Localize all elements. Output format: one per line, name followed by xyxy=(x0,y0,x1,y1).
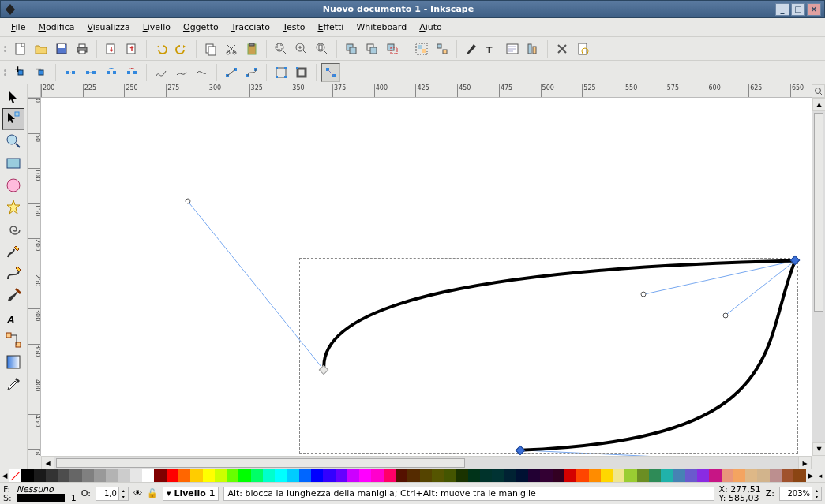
export-button[interactable] xyxy=(122,39,141,58)
color-swatch[interactable] xyxy=(757,469,769,482)
color-swatch[interactable] xyxy=(154,469,166,482)
color-swatch[interactable] xyxy=(540,469,552,482)
join-nodes-button[interactable] xyxy=(81,63,100,82)
palette-right-button[interactable]: ▶ xyxy=(806,469,816,482)
menu-effetti[interactable]: Effetti xyxy=(311,20,350,35)
zoom-spin[interactable]: ▴▾ xyxy=(779,487,822,501)
segment-line-button[interactable] xyxy=(222,63,241,82)
color-swatch[interactable] xyxy=(130,469,142,482)
menu-aiuto[interactable]: Aiuto xyxy=(413,20,448,35)
color-swatch[interactable] xyxy=(142,469,154,482)
color-swatch[interactable] xyxy=(58,469,69,482)
color-swatch[interactable] xyxy=(227,469,238,482)
color-swatch[interactable] xyxy=(516,469,528,482)
color-swatch[interactable] xyxy=(323,469,335,482)
color-swatch[interactable] xyxy=(118,469,130,482)
menu-file[interactable]: File xyxy=(5,20,32,35)
color-swatch[interactable] xyxy=(347,469,359,482)
palette-left-button[interactable]: ◀ xyxy=(0,469,9,482)
undo-button[interactable] xyxy=(152,39,171,58)
color-swatch[interactable] xyxy=(685,469,697,482)
color-swatch[interactable] xyxy=(564,469,576,482)
rect-tool[interactable] xyxy=(2,152,24,174)
text-tool[interactable]: A xyxy=(2,307,24,329)
minimize-button[interactable]: _ xyxy=(775,3,789,16)
gradient-tool[interactable] xyxy=(2,351,24,373)
preferences-button[interactable] xyxy=(553,39,572,58)
import-button[interactable] xyxy=(102,39,121,58)
control-handle[interactable] xyxy=(641,292,647,297)
menu-whiteboard[interactable]: Whiteboard xyxy=(350,20,413,35)
color-swatch[interactable] xyxy=(34,469,46,482)
vertical-ruler[interactable]: 050100150200250300350400450500 xyxy=(28,98,41,456)
segment-curve-button[interactable] xyxy=(242,63,261,82)
color-swatch[interactable] xyxy=(384,469,396,482)
color-swatch[interactable] xyxy=(82,469,94,482)
vertical-scrollbar[interactable]: ▲ ▼ xyxy=(812,98,825,456)
color-swatch[interactable] xyxy=(263,469,275,482)
group-button[interactable] xyxy=(412,39,431,58)
menu-testo[interactable]: Testo xyxy=(276,20,311,35)
color-swatch[interactable] xyxy=(528,469,540,482)
zoom-tool[interactable] xyxy=(2,130,24,152)
scroll-right-button[interactable]: ▶ xyxy=(798,457,812,470)
color-swatch[interactable] xyxy=(190,469,202,482)
ruler-corner[interactable] xyxy=(28,84,41,98)
color-swatch[interactable] xyxy=(396,469,407,482)
scroll-down-button[interactable]: ▼ xyxy=(812,442,825,456)
color-swatch[interactable] xyxy=(203,469,215,482)
close-button[interactable]: × xyxy=(807,3,821,16)
color-swatch[interactable] xyxy=(613,469,624,482)
maximize-button[interactable]: □ xyxy=(791,3,805,16)
color-swatch[interactable] xyxy=(576,469,588,482)
menu-livello[interactable]: Livello xyxy=(137,20,177,35)
duplicate-button[interactable] xyxy=(342,39,361,58)
color-swatch[interactable] xyxy=(553,469,564,482)
node-smooth-button[interactable] xyxy=(172,63,191,82)
ellipse-tool[interactable] xyxy=(2,174,24,196)
color-swatch[interactable] xyxy=(336,469,347,482)
color-swatch[interactable] xyxy=(793,469,805,482)
color-swatch[interactable] xyxy=(46,469,58,482)
spiral-tool[interactable] xyxy=(2,218,24,241)
color-swatch[interactable] xyxy=(770,469,782,482)
save-button[interactable] xyxy=(52,39,71,58)
connector-tool[interactable] xyxy=(2,329,24,351)
pencil-tool[interactable] xyxy=(2,241,24,263)
color-swatch[interactable] xyxy=(371,469,383,482)
color-swatch[interactable] xyxy=(178,469,190,482)
ungroup-button[interactable] xyxy=(433,39,452,58)
color-swatch[interactable] xyxy=(238,469,250,482)
zoom-ruler-button[interactable] xyxy=(812,84,825,98)
zoom-selection-button[interactable] xyxy=(272,39,291,58)
color-swatch[interactable] xyxy=(697,469,709,482)
color-swatch[interactable] xyxy=(637,469,649,482)
insert-node-button[interactable]: + xyxy=(11,63,30,82)
layer-visibility-icon[interactable]: 👁 xyxy=(133,488,142,498)
color-swatch[interactable] xyxy=(601,469,613,482)
node-tool[interactable] xyxy=(2,108,24,130)
color-swatch[interactable] xyxy=(624,469,636,482)
color-swatch[interactable] xyxy=(745,469,757,482)
color-swatch[interactable] xyxy=(456,469,467,482)
bezier-tool[interactable] xyxy=(2,263,24,285)
color-swatch[interactable] xyxy=(215,469,227,482)
zoom-drawing-button[interactable] xyxy=(292,39,311,58)
menu-modifica[interactable]: Modifica xyxy=(32,20,81,35)
color-swatch[interactable] xyxy=(275,469,287,482)
break-node-button[interactable] xyxy=(61,63,80,82)
control-handle[interactable] xyxy=(722,312,728,318)
menu-oggetto[interactable]: Oggetto xyxy=(177,20,225,35)
color-swatch[interactable] xyxy=(649,469,661,482)
fill-indicator[interactable]: Nessuno xyxy=(17,485,54,494)
color-swatch[interactable] xyxy=(589,469,601,482)
node-cusp-button[interactable] xyxy=(152,63,171,82)
xml-button[interactable] xyxy=(503,39,522,58)
color-swatch[interactable] xyxy=(673,469,684,482)
color-swatch[interactable] xyxy=(287,469,298,482)
color-swatch[interactable] xyxy=(492,469,504,482)
control-handle[interactable] xyxy=(185,198,190,203)
color-swatch[interactable] xyxy=(480,469,492,482)
align-button[interactable] xyxy=(523,39,542,58)
menu-visualizza[interactable]: Visualizza xyxy=(81,20,136,35)
